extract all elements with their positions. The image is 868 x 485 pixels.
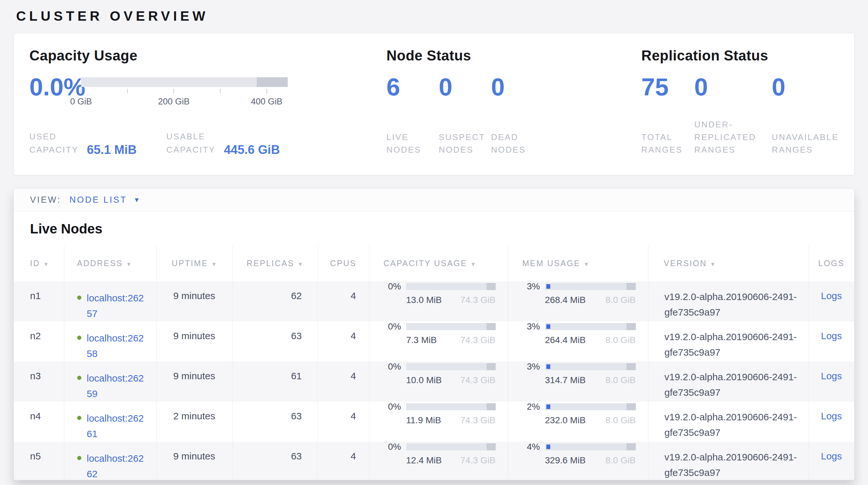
node-capacity-usage-cell: 0% 10.0 MiB 74.3 GiB	[369, 362, 508, 402]
usable-capacity-value: 445.6 GiB	[224, 143, 280, 157]
node-address-link[interactable]: localhost:26262	[87, 451, 148, 480]
node-version-cell: v19.2.0-alpha.20190606-2491-gfe735c9a97	[648, 442, 809, 480]
node-replicas-cell: 63	[232, 402, 317, 442]
logs-link[interactable]: Logs	[821, 290, 842, 301]
column-header-logs: LOGS	[809, 245, 854, 281]
node-table-row: n4 localhost:26261 2 minutes 63 4 0% 11.…	[14, 402, 854, 442]
sort-caret-icon: ▼	[710, 261, 716, 267]
capacity-max-value: 74.3 GiB	[461, 335, 496, 345]
axis-label-400: 400 GiB	[251, 97, 283, 107]
mem-used-value: 314.7 MiB	[545, 375, 586, 386]
capacity-used-value: 12.4 MiB	[406, 455, 442, 465]
capacity-usage-title: Capacity Usage	[29, 48, 386, 64]
mem-max-value: 8.0 GiB	[606, 375, 636, 386]
node-cpus-cell: 4	[317, 402, 369, 442]
sort-caret-icon: ▼	[126, 261, 131, 267]
node-mem-usage-cell: 3% 268.4 MiB 8.0 GiB	[508, 281, 648, 321]
chevron-down-icon: ▼	[134, 196, 142, 204]
logs-link[interactable]: Logs	[821, 331, 842, 341]
node-address-link[interactable]: localhost:26257	[87, 290, 148, 321]
node-version-cell: v19.2.0-alpha.20190606-2491-gfe735c9a97	[648, 281, 809, 321]
node-id-cell: n5	[14, 442, 64, 480]
used-capacity-label: USED CAPACITY	[29, 130, 79, 156]
summary-card: Capacity Usage 0.0%	[13, 33, 855, 175]
mem-bar	[545, 323, 636, 330]
mem-used-value: 264.4 MiB	[545, 335, 586, 345]
sort-caret-icon: ▼	[298, 261, 303, 267]
capacity-used-value: 7.3 MiB	[406, 335, 437, 345]
mem-percent-label: 3%	[527, 362, 545, 372]
node-address-cell: localhost:26257	[64, 281, 156, 321]
live-nodes-panel: VIEW: NODE LIST ▼ Live Nodes ID▼ ADDRESS…	[13, 189, 855, 480]
capacity-bar	[406, 283, 496, 290]
node-table-row: n3 localhost:26259 9 minutes 61 4 0% 10.…	[14, 362, 854, 402]
node-address-link[interactable]: localhost:26259	[87, 371, 148, 402]
mem-percent-label: 3%	[527, 281, 545, 292]
node-version-cell: v19.2.0-alpha.20190606-2491-gfe735c9a97	[648, 362, 809, 402]
column-header-version[interactable]: VERSION▼	[648, 245, 809, 281]
capacity-bar	[406, 443, 496, 450]
sort-caret-icon: ▼	[211, 261, 217, 267]
under-replicated-label: UNDER- REPLICATED RANGES	[694, 118, 772, 156]
node-mem-usage-cell: 3% 264.4 MiB 8.0 GiB	[508, 321, 648, 362]
mem-bar	[545, 403, 636, 410]
node-rows: n1 localhost:26257 9 minutes 62 4 0% 13.…	[14, 281, 854, 480]
node-address-link[interactable]: localhost:26261	[87, 411, 148, 442]
node-address-link[interactable]: localhost:26258	[87, 331, 148, 362]
column-header-uptime[interactable]: UPTIME▼	[156, 245, 232, 281]
dead-nodes-stat: 0 DEAD NODES	[491, 75, 526, 156]
capacity-used-value: 13.0 MiB	[406, 295, 442, 305]
used-capacity-value: 65.1 MiB	[87, 143, 136, 157]
node-logs-cell: Logs	[809, 281, 854, 321]
live-nodes-stat: 6 LIVE NODES	[386, 75, 439, 156]
node-replicas-cell: 63	[232, 321, 317, 362]
node-capacity-usage-cell: 0% 12.4 MiB 74.3 GiB	[369, 442, 508, 480]
replication-status-title: Replication Status	[641, 48, 839, 64]
node-replicas-cell: 61	[232, 362, 317, 402]
node-logs-cell: Logs	[809, 321, 854, 362]
cluster-overview-page: CLUSTER OVERVIEW Capacity Usage 0.0%	[0, 8, 868, 480]
logs-link[interactable]: Logs	[821, 371, 842, 381]
node-live-status-icon	[77, 336, 82, 340]
capacity-axis: 0 GiB 200 GiB 400 GiB	[81, 89, 288, 107]
mem-max-value: 8.0 GiB	[606, 295, 636, 305]
sort-caret-icon: ▼	[43, 261, 49, 267]
column-header-id[interactable]: ID▼	[14, 245, 64, 281]
mem-used-segment	[547, 364, 550, 369]
node-id-cell: n3	[14, 362, 64, 402]
column-header-mem-usage[interactable]: MEM USAGE▼	[508, 245, 648, 281]
node-live-status-icon	[77, 295, 82, 300]
axis-label-200: 200 GiB	[158, 97, 190, 107]
mem-used-segment	[547, 404, 550, 409]
suspect-nodes-stat: 0 SUSPECT NODES	[439, 75, 491, 156]
node-uptime-cell: 9 minutes	[156, 281, 232, 321]
mem-max-value: 8.0 GiB	[606, 415, 636, 426]
node-mem-usage-cell: 4% 329.6 MiB 8.0 GiB	[508, 442, 648, 480]
node-logs-cell: Logs	[809, 362, 854, 402]
capacity-usage-bar	[81, 77, 288, 87]
node-address-cell: localhost:26261	[64, 402, 156, 442]
live-nodes-label: LIVE NODES	[386, 131, 439, 156]
node-live-status-icon	[77, 416, 82, 420]
usable-capacity-label: USABLE CAPACITY	[166, 130, 215, 156]
node-live-status-icon	[77, 376, 82, 380]
mem-used-segment	[547, 324, 550, 329]
node-cpus-cell: 4	[317, 281, 369, 321]
logs-link[interactable]: Logs	[821, 451, 842, 461]
unavailable-ranges-label: UNAVAILABLE RANGES	[772, 131, 839, 156]
total-ranges-label: TOTAL RANGES	[641, 131, 694, 156]
node-table-row: n1 localhost:26257 9 minutes 62 4 0% 13.…	[14, 281, 854, 321]
mem-used-segment	[547, 284, 550, 289]
capacity-max-value: 74.3 GiB	[461, 375, 496, 386]
node-version-cell: v19.2.0-alpha.20190606-2491-gfe735c9a97	[648, 402, 809, 442]
column-header-replicas[interactable]: REPLICAS▼	[232, 245, 317, 281]
column-header-address[interactable]: ADDRESS▼	[64, 245, 156, 281]
unavailable-ranges-count: 0	[772, 75, 839, 99]
node-address-cell: localhost:26258	[64, 321, 156, 362]
column-header-capacity-usage[interactable]: CAPACITY USAGE▼	[369, 245, 508, 281]
view-selector-dropdown[interactable]: NODE LIST ▼	[69, 195, 141, 205]
capacity-percent-label: 0%	[388, 321, 406, 332]
logs-link[interactable]: Logs	[821, 411, 842, 421]
page-title: CLUSTER OVERVIEW	[16, 8, 855, 24]
capacity-percent-label: 0%	[388, 442, 406, 452]
